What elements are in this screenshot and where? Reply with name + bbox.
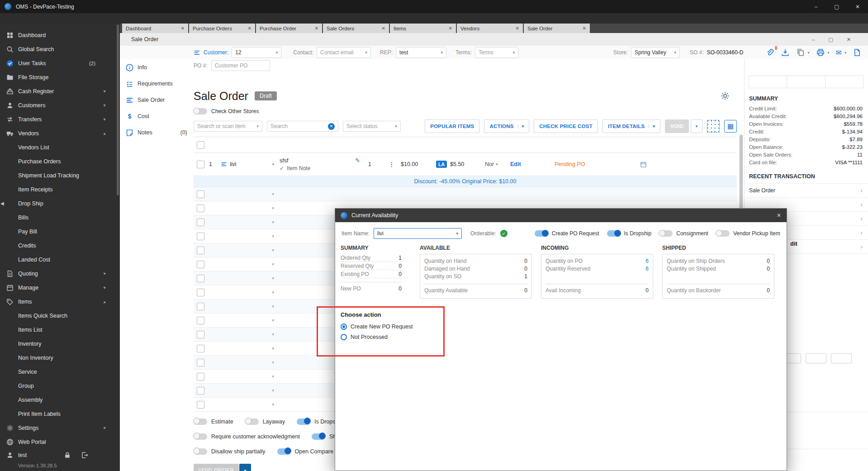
flag-toggle[interactable] [277, 448, 291, 455]
tab-close-icon[interactable]: ✕ [248, 26, 251, 31]
row-checkbox[interactable] [197, 190, 204, 198]
document-tab[interactable]: Vendors ✕ [457, 24, 523, 33]
row-checkbox[interactable] [197, 345, 204, 352]
calendar-icon[interactable] [640, 161, 647, 168]
edit-description-icon[interactable]: ✎ [355, 157, 366, 164]
collapse-panel-icon[interactable]: ◀ [0, 201, 4, 206]
sidebar-item[interactable]: Web Portal [0, 435, 120, 449]
qty-cell[interactable]: 1 ⋮ [366, 161, 399, 168]
tax-select[interactable]: Nor▾ [483, 161, 508, 167]
export-file-button[interactable] [853, 48, 862, 57]
sidebar-item[interactable]: Purchase Orders [0, 154, 120, 168]
doc-close-button[interactable]: ✕ [847, 37, 851, 43]
contact-select[interactable]: Contact email▾ [317, 47, 371, 58]
caret-down-icon[interactable]: ▾ [270, 276, 278, 281]
sidebar-item[interactable]: Items Quick Search [0, 309, 120, 323]
chevron-icon[interactable]: ▾ [95, 425, 114, 430]
attachments-button[interactable]: 0 [765, 48, 774, 57]
row-checkbox[interactable] [197, 275, 204, 282]
caret-down-icon[interactable]: ▾ [828, 51, 830, 55]
row-checkbox[interactable] [197, 289, 204, 296]
row-checkbox[interactable] [197, 161, 204, 168]
chevron-icon[interactable]: ▴ [95, 299, 114, 304]
row-checkbox[interactable] [197, 359, 204, 366]
row-checkbox[interactable] [197, 317, 204, 324]
check-price-cost-button[interactable]: CHECK PRICE COST [534, 119, 598, 133]
void-order-caret-button[interactable]: ▾ [239, 464, 251, 471]
document-tab[interactable]: Purchase Orders ✕ [189, 24, 255, 33]
document-tab[interactable]: Sale Orders ✕ [323, 24, 389, 33]
tab-close-icon[interactable]: ✕ [516, 26, 519, 31]
sidebar-item[interactable]: Settings ▾ [0, 421, 120, 435]
caret-down-icon[interactable]: ▾ [270, 332, 278, 337]
toggle-switch[interactable] [659, 230, 673, 237]
toggle-switch[interactable] [607, 230, 621, 237]
sidebar-item[interactable]: Vendors ▴ [0, 126, 120, 140]
caret-down-icon[interactable]: ▾ [270, 374, 278, 379]
row-checkbox[interactable] [197, 205, 204, 212]
caret-down-icon[interactable]: ▾ [270, 248, 278, 252]
caret-down-icon[interactable]: ▾ [270, 360, 278, 365]
document-tab[interactable]: Items ✕ [390, 24, 456, 33]
table-row[interactable]: ▾ [194, 187, 737, 201]
row-checkbox[interactable] [197, 387, 204, 395]
caret-down-icon[interactable]: ▾ [270, 402, 278, 407]
sidebar-item[interactable]: Inventory [0, 337, 120, 351]
sidebar-item[interactable]: Landed Cost [0, 252, 120, 266]
search-input[interactable]: Search ✕ [267, 121, 338, 132]
row-checkbox[interactable] [197, 261, 204, 268]
tab-close-icon[interactable]: ✕ [181, 26, 185, 31]
sidebar-item[interactable]: Cash Register ▾ [0, 84, 120, 98]
row-menu-icon[interactable]: ⋮ [389, 161, 394, 168]
popular-items-button[interactable]: POPULAR ITEMS [425, 119, 479, 133]
actions-button[interactable]: ACTIONS▾ [484, 119, 529, 133]
flag-toggle[interactable] [194, 433, 207, 440]
item-note-label[interactable]: Item Note [287, 165, 310, 171]
flag-toggle[interactable] [194, 448, 207, 455]
sidebar-item[interactable]: File Storage [0, 70, 120, 84]
sidebar-item[interactable]: Global Search [0, 42, 120, 56]
caret-down-icon[interactable]: ▾ [808, 51, 810, 55]
order-section-nav-item[interactable]: Requirements [120, 76, 191, 92]
clear-search-icon[interactable]: ✕ [328, 123, 335, 130]
user-row[interactable]: test [0, 449, 120, 461]
flag-toggle[interactable] [245, 419, 259, 425]
chevron-icon[interactable]: ▴ [95, 131, 114, 136]
action-option[interactable]: Create New PO Request [341, 324, 787, 330]
chevron-icon[interactable]: ▾ [95, 89, 114, 94]
store-select[interactable]: Spring Valley▾ [631, 47, 680, 58]
sidebar-item[interactable]: Service [0, 365, 120, 379]
radio-button[interactable] [341, 324, 347, 330]
select-all-checkbox[interactable] [197, 141, 204, 149]
caret-down-icon[interactable]: ▾ [844, 51, 846, 55]
toggle-switch[interactable] [716, 230, 730, 237]
caret-down-icon[interactable]: ▾ [270, 234, 278, 238]
settings-edit-link[interactable]: Edit [508, 161, 534, 167]
price-level-badge[interactable]: LA [436, 161, 447, 168]
row-checkbox[interactable] [197, 331, 204, 338]
void-button[interactable]: VOID [665, 119, 689, 133]
document-tab[interactable]: Sale Order ✕ [524, 24, 590, 33]
grid-select-button[interactable] [707, 120, 720, 133]
document-tab[interactable]: Dashboard ✕ [122, 24, 188, 33]
chevron-right-icon[interactable]: › [860, 201, 863, 208]
sidebar-scrollbar[interactable] [117, 24, 119, 195]
tab-close-icon[interactable]: ✕ [583, 26, 586, 31]
order-section-nav-item[interactable]: Notes (0) [120, 124, 191, 141]
chevron-icon[interactable]: ▾ [95, 285, 114, 290]
check-other-stores-toggle[interactable] [194, 108, 207, 114]
doc-minimize-button[interactable]: – [812, 37, 815, 43]
chevron-right-icon[interactable]: › [860, 243, 863, 250]
item-details-button[interactable]: ITEM DETAILS▾ [602, 119, 660, 133]
row-checkbox[interactable] [197, 373, 204, 381]
right-panel-tab[interactable] [825, 76, 863, 88]
order-settings-button[interactable] [721, 91, 730, 100]
payment-button[interactable] [806, 353, 826, 363]
sidebar-item[interactable]: Manage ▾ [0, 281, 120, 295]
rate-cell[interactable]: $10.00 [399, 161, 434, 167]
logout-icon[interactable] [81, 452, 88, 459]
document-tab[interactable]: Purchase Order ✕ [256, 24, 322, 33]
terms-select[interactable]: Terms▾ [475, 47, 518, 58]
email-button[interactable]: ✉ [836, 48, 842, 57]
sidebar-item[interactable]: Quoting ▾ [0, 266, 120, 281]
